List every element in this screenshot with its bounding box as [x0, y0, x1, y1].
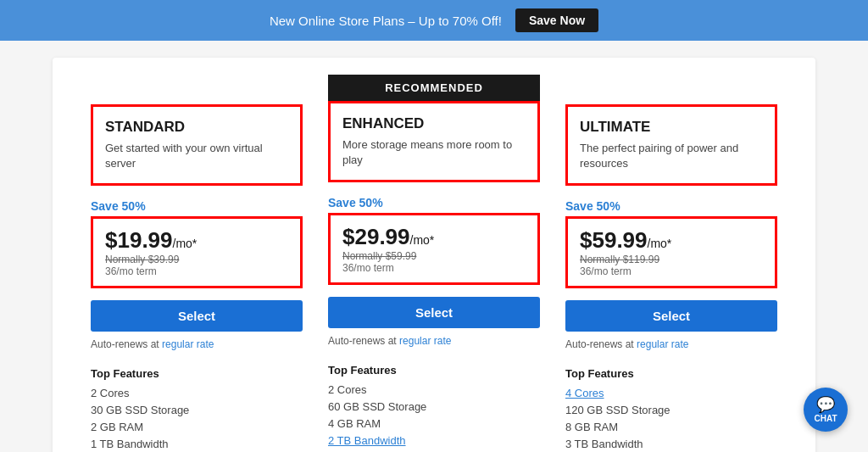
- auto-renew-ultimate: Auto-renews at regular rate: [565, 338, 777, 350]
- plan-name-box-ultimate: ULTIMATEThe perfect pairing of power and…: [565, 104, 777, 186]
- normal-price-enhanced: Normally $59.99: [342, 250, 526, 262]
- chat-icon: 💬: [816, 397, 835, 412]
- plans-grid: STANDARDGet started with your own virtua…: [78, 75, 790, 452]
- normal-price-standard: Normally $39.99: [105, 254, 288, 265]
- plan-name-enhanced: ENHANCED: [342, 115, 526, 132]
- select-button-ultimate[interactable]: Select: [565, 300, 777, 332]
- plan-name-box-enhanced: ENHANCEDMore storage means more room to …: [328, 101, 540, 182]
- auto-renew-enhanced: Auto-renews at regular rate: [328, 335, 540, 347]
- chat-button[interactable]: 💬 CHAT: [804, 388, 848, 432]
- feature-item-standard-1: 30 GB SSD Storage: [91, 404, 303, 416]
- feature-item-ultimate-2: 8 GB RAM: [565, 421, 777, 433]
- select-button-standard[interactable]: Select: [91, 300, 303, 332]
- plan-col-enhanced: RECOMMENDEDENHANCEDMore storage means mo…: [315, 75, 553, 452]
- feature-item-ultimate-0[interactable]: 4 Cores: [565, 387, 777, 399]
- plan-name-standard: STANDARD: [105, 119, 288, 136]
- feature-item-enhanced-3[interactable]: 2 TB Bandwidth: [328, 434, 540, 447]
- plans-container: STANDARDGet started with your own virtua…: [53, 58, 815, 452]
- price-box-enhanced: $29.99/mo*Normally $59.9936/mo term: [328, 213, 540, 285]
- plan-name-ultimate: ULTIMATE: [580, 119, 763, 136]
- feature-item-standard-3: 1 TB Bandwidth: [91, 438, 303, 450]
- auto-renew-standard: Auto-renews at regular rate: [91, 338, 303, 350]
- plan-desc-standard: Get started with your own virtual server: [105, 141, 288, 171]
- price-term-enhanced: 36/mo term: [342, 262, 526, 274]
- features-title-ultimate: Top Features: [565, 367, 777, 380]
- banner-text: New Online Store Plans – Up to 70% Off!: [270, 14, 502, 28]
- select-button-enhanced[interactable]: Select: [328, 297, 540, 328]
- header-spacer: [565, 75, 777, 104]
- plan-desc-enhanced: More storage means more room to play: [342, 137, 526, 168]
- plan-desc-ultimate: The perfect pairing of power and resourc…: [580, 141, 763, 171]
- price-main-enhanced: $29.99/mo*: [342, 224, 526, 250]
- promo-banner: New Online Store Plans – Up to 70% Off! …: [0, 0, 868, 41]
- chat-label: CHAT: [814, 414, 837, 423]
- save-label-ultimate: Save 50%: [565, 199, 777, 213]
- features-title-enhanced: Top Features: [328, 364, 540, 377]
- feature-item-enhanced-2: 4 GB RAM: [328, 417, 540, 430]
- price-box-ultimate: $59.99/mo*Normally $119.9936/mo term: [565, 216, 777, 288]
- price-box-standard: $19.99/mo*Normally $39.9936/mo term: [91, 216, 303, 288]
- feature-item-enhanced-1: 60 GB SSD Storage: [328, 400, 540, 413]
- plan-col-ultimate: ULTIMATEThe perfect pairing of power and…: [553, 75, 790, 452]
- save-label-standard: Save 50%: [91, 199, 303, 213]
- normal-price-ultimate: Normally $119.99: [580, 254, 763, 265]
- feature-item-ultimate-1: 120 GB SSD Storage: [565, 404, 777, 416]
- save-now-button[interactable]: Save Now: [515, 8, 598, 32]
- price-main-standard: $19.99/mo*: [105, 227, 288, 254]
- plan-name-box-standard: STANDARDGet started with your own virtua…: [91, 104, 303, 186]
- feature-item-enhanced-0: 2 Cores: [328, 383, 540, 396]
- price-term-standard: 36/mo term: [105, 265, 288, 277]
- save-label-enhanced: Save 50%: [328, 196, 540, 209]
- plan-col-standard: STANDARDGet started with your own virtua…: [78, 75, 315, 452]
- price-term-ultimate: 36/mo term: [580, 265, 763, 277]
- feature-item-ultimate-3: 3 TB Bandwidth: [565, 438, 777, 450]
- header-spacer: [91, 75, 303, 104]
- features-title-standard: Top Features: [91, 367, 303, 380]
- feature-item-standard-2: 2 GB RAM: [91, 421, 303, 433]
- recommended-header: RECOMMENDED: [328, 75, 540, 101]
- price-main-ultimate: $59.99/mo*: [580, 227, 763, 254]
- feature-item-standard-0: 2 Cores: [91, 387, 303, 399]
